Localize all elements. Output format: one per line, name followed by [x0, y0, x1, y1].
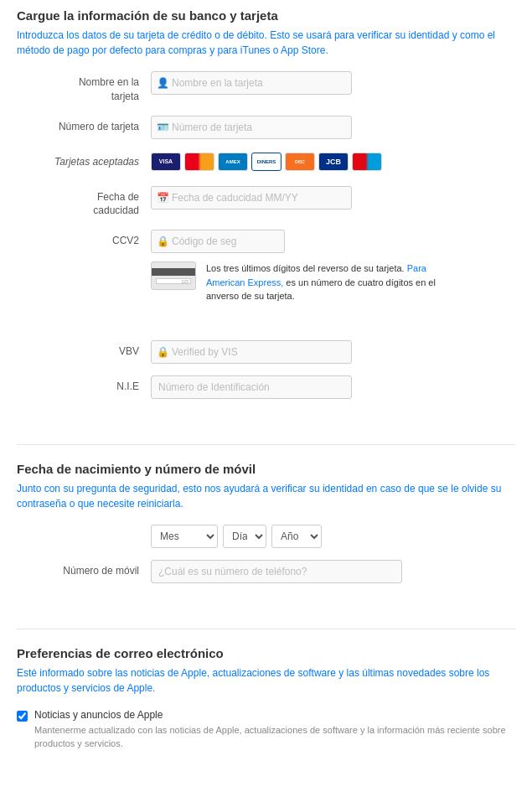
expiry-label: Fecha decaducidad [17, 186, 151, 219]
bank-card-description: Introduzca los datos de su tarjeta de cr… [17, 28, 515, 58]
birthday-label-spacer [17, 525, 151, 529]
spacer [17, 315, 515, 340]
bank-card-section: Cargue la información de su banco y tarj… [17, 8, 515, 427]
apple-link-1[interactable]: Apple [181, 667, 207, 679]
birthday-link[interactable]: su pregunta de seguridad [63, 483, 177, 494]
page-container: Cargue la información de su banco y tarj… [0, 0, 532, 793]
card-number-label: Número de tarjeta [17, 116, 151, 134]
card-number-icon-wrapper: 🪪 [151, 116, 352, 139]
phone-input-wrapper [151, 560, 402, 583]
ano-select[interactable]: Año [271, 525, 322, 548]
amex-icon: AMEX [218, 153, 248, 171]
email-prefs-title: Preferencias de correo electrónico [17, 646, 515, 660]
card-illustration: 123 [151, 261, 196, 290]
apple-news-checkbox-row: Noticias y anuncios de Apple Mantenerme … [17, 709, 515, 751]
phone-label: Número de móvil [17, 560, 151, 578]
date-select-row: Mes EneroFebreroMarzo AbrilMayoJunio Jul… [151, 525, 322, 548]
ccv2-col: 🔒 123 Los tres últimos dígitos del rever… [151, 230, 436, 303]
person-icon: 👤 [157, 77, 169, 89]
card-icon: 🪪 [157, 122, 169, 133]
ccv2-link[interactable]: Para American Express, [206, 263, 426, 287]
card-icons-container: VISA AMEX DINERS DISC JCB [151, 151, 382, 171]
diners-icon: DINERS [251, 153, 281, 171]
birthday-title: Fecha de nacimiento y número de móvil [17, 462, 515, 476]
birthday-desc-text: Junto con su pregunta de seguridad, esto… [17, 483, 501, 510]
maestro-icon [352, 153, 382, 171]
visa-icon: VISA [151, 153, 181, 171]
checkbox-label-container: Noticias y anuncios de Apple Mantenerme … [34, 709, 515, 751]
expiry-row: Fecha decaducidad 📅 [17, 186, 515, 219]
apple-link-2[interactable]: Apple [127, 682, 152, 694]
bank-card-title: Cargue la información de su banco y tarj… [17, 8, 515, 23]
card-name-row: Nombre en latarjeta 👤 [17, 71, 515, 104]
discover-icon: DISC [285, 153, 315, 171]
ccv2-input-wrapper: 🔒 [151, 230, 436, 253]
card-number-row: Número de tarjeta 🪪 [17, 116, 515, 139]
birthday-selects-row: Mes EneroFebreroMarzo AbrilMayoJunio Jul… [17, 525, 515, 548]
card-name-label: Nombre en latarjeta [17, 71, 151, 104]
vbv-lock-icon: 🔒 [157, 346, 169, 358]
birthday-description: Junto con su pregunta de seguridad, esto… [17, 481, 515, 511]
phone-input[interactable] [151, 560, 402, 583]
bank-card-desc-text: Introduzca los datos de su tarjeta de cr… [17, 29, 495, 56]
dia-select[interactable]: Día [223, 525, 266, 548]
expiry-input-wrapper: 📅 [151, 186, 352, 210]
calendar-icon: 📅 [157, 192, 169, 204]
ccv2-input[interactable] [151, 230, 285, 253]
card-number-input-wrapper: 🪪 [151, 116, 352, 139]
vbv-label: VBV [17, 340, 151, 359]
accepted-cards-label: Tarjetas aceptadas [17, 151, 151, 169]
nie-input-wrapper [151, 375, 352, 399]
jcb-icon: JCB [318, 153, 349, 171]
card-stripe [152, 268, 195, 276]
nie-row: N.I.E [17, 375, 515, 399]
card-name-input-wrapper: 👤 [151, 71, 352, 95]
ccv2-row: CCV2 🔒 123 Los tres últimos dígitos del … [17, 230, 515, 303]
card-number-input[interactable] [151, 116, 352, 139]
birthday-section: Fecha de nacimiento y número de móvil Ju… [17, 462, 515, 612]
ccv2-description: Los tres últimos dígitos del reverso de … [206, 261, 436, 303]
expiry-icon-wrapper: 📅 [151, 186, 352, 210]
email-prefs-section: Preferencias de correo electrónico Esté … [17, 646, 515, 768]
section-divider-2 [17, 629, 515, 629]
ccv2-info: 123 Los tres últimos dígitos del reverso… [151, 260, 436, 303]
phone-row: Número de móvil [17, 560, 515, 583]
email-prefs-desc-text: Esté informado sobre las noticias de App… [17, 667, 489, 694]
apple-news-description: Mantenerme actualizado con las noticias … [34, 723, 515, 751]
apple-news-label: Noticias y anuncios de Apple [34, 709, 515, 721]
nie-input[interactable] [151, 375, 352, 399]
accepted-cards-row: Tarjetas aceptadas VISA AMEX DINERS DISC… [17, 151, 515, 174]
mes-select[interactable]: Mes EneroFebreroMarzo AbrilMayoJunio Jul… [151, 525, 218, 548]
lock-icon: 🔒 [157, 235, 169, 247]
vbv-input[interactable] [151, 340, 352, 364]
ccv2-label: CCV2 [17, 230, 151, 248]
card-name-input[interactable] [151, 71, 352, 95]
mastercard-icon [184, 153, 214, 171]
email-prefs-description: Esté informado sobre las noticias de App… [17, 665, 515, 696]
vbv-icon-wrapper: 🔒 [151, 340, 352, 364]
vbv-input-wrapper: 🔒 [151, 340, 352, 364]
card-name-icon-wrapper: 👤 [151, 71, 352, 95]
section-divider-1 [17, 444, 515, 445]
vbv-row: VBV 🔒 [17, 340, 515, 364]
nie-label: N.I.E [17, 375, 151, 394]
apple-news-checkbox[interactable] [17, 711, 28, 722]
card-sig: 123 [156, 278, 191, 284]
expiry-input[interactable] [151, 186, 352, 210]
